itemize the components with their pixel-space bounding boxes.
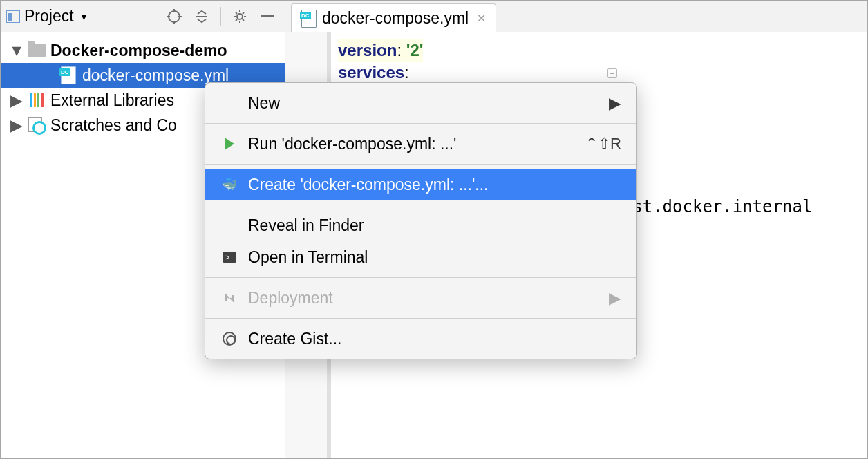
folder-icon [28, 44, 46, 57]
submenu-arrow-icon: ▶ [609, 94, 621, 113]
expand-arrow-icon: ▼ [10, 41, 23, 60]
target-icon [167, 9, 182, 24]
submenu-arrow-icon: ▶ [609, 289, 621, 308]
code-key: version [338, 41, 397, 59]
gear-icon [232, 9, 247, 24]
project-label: Project [24, 7, 74, 26]
collapse-button[interactable] [190, 5, 214, 28]
menu-run[interactable]: Run 'docker-compose.yml: ...' ⌃⇧R [205, 128, 636, 160]
scratches-icon [28, 117, 45, 133]
menu-create-gist[interactable]: Create Gist... [205, 323, 636, 355]
menu-deployment: Deployment ▶ [205, 282, 636, 314]
menu-shortcut: ⌃⇧R [585, 135, 621, 153]
editor-tab[interactable]: docker-compose.yml ✕ [291, 3, 496, 32]
menu-separator [205, 277, 636, 278]
menu-separator [205, 205, 636, 205]
play-icon [225, 138, 234, 150]
menu-label: Open in Terminal [248, 248, 368, 267]
menu-create-run-config[interactable]: 🐳 Create 'docker-compose.yml: ...'... [205, 169, 636, 200]
menu-new[interactable]: New ▶ [205, 87, 636, 119]
menu-label: Deployment [248, 289, 333, 308]
svg-rect-8 [261, 15, 274, 17]
root-folder-label: Docker-compose-demo [50, 41, 227, 60]
github-icon [223, 332, 236, 346]
collapse-arrow-icon: ▶ [10, 116, 23, 135]
fold-marker-icon[interactable]: − [607, 68, 617, 78]
docker-compose-file-icon [301, 10, 317, 28]
code-key: services [338, 63, 404, 82]
menu-open-terminal[interactable]: >_ Open in Terminal [205, 241, 636, 273]
sidebar-toolbar: Project ▼ [1, 1, 285, 32]
svg-point-7 [237, 14, 243, 19]
menu-label: Create Gist... [248, 330, 341, 348]
collapse-icon [195, 10, 209, 24]
window-icon [6, 10, 20, 23]
menu-separator [205, 164, 636, 165]
menu-separator [205, 123, 636, 124]
close-tab-icon[interactable]: ✕ [477, 12, 486, 25]
menu-label: New [248, 94, 280, 113]
minimize-icon [261, 15, 274, 18]
scratches-label: Scratches and Co [50, 116, 177, 135]
menu-reveal-finder[interactable]: Reveal in Finder [205, 209, 636, 241]
svg-rect-1 [8, 13, 12, 21]
deployment-icon [220, 291, 238, 305]
context-menu: New ▶ Run 'docker-compose.yml: ...' ⌃⇧R … [205, 82, 637, 359]
menu-label: Reveal in Finder [248, 216, 364, 235]
menu-label: Create 'docker-compose.yml: ...'... [248, 176, 489, 194]
terminal-icon: >_ [223, 252, 236, 263]
settings-button[interactable] [228, 5, 252, 28]
menu-separator [205, 318, 636, 319]
docker-icon: 🐳 [222, 177, 237, 192]
dropdown-triangle-icon: ▼ [79, 11, 89, 22]
menu-label: Run 'docker-compose.yml: ...' [248, 135, 457, 153]
project-selector[interactable]: Project ▼ [6, 7, 88, 26]
svg-point-2 [169, 11, 180, 22]
tab-label: docker-compose.yml [322, 9, 469, 28]
file-label: docker-compose.yml [82, 66, 229, 85]
collapse-arrow-icon: ▶ [10, 91, 23, 110]
tree-root-folder[interactable]: ▼ Docker-compose-demo [1, 38, 285, 63]
libraries-icon [30, 93, 44, 107]
external-libraries-label: External Libraries [50, 91, 174, 110]
editor-tabbar: docker-compose.yml ✕ [285, 1, 867, 32]
docker-compose-file-icon [61, 66, 76, 84]
hide-button[interactable] [256, 5, 279, 28]
locate-button[interactable] [162, 5, 186, 28]
code-value: '2' [406, 41, 424, 59]
